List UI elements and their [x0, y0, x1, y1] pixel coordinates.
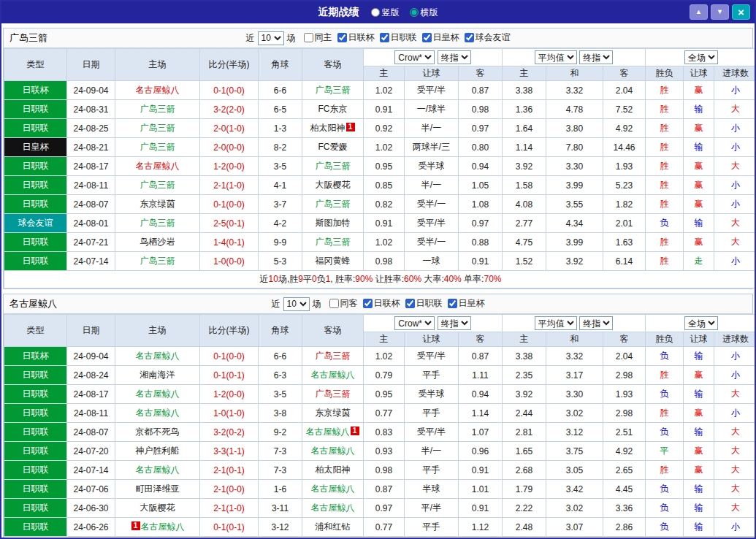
summary-text: 0 — [312, 274, 317, 284]
result-cell: 负 — [646, 347, 684, 366]
away-team-cell: 广岛三箭 — [302, 195, 364, 214]
score-cell: 1-2(0-0) — [200, 385, 259, 404]
league-filters: 同客日联杯日职联日皇杯 — [324, 297, 485, 310]
away-odds-cell: 0.80 — [459, 138, 503, 157]
home-team-cell: 广岛三箭 — [115, 176, 200, 195]
date-cell: 24-08-11 — [67, 176, 115, 195]
filter-checkbox[interactable] — [422, 33, 432, 42]
filter-option[interactable]: 同客 — [329, 297, 358, 310]
filter-checkbox[interactable] — [448, 299, 457, 308]
avg-time-select[interactable]: 终指 — [579, 316, 613, 330]
team-name-text: 名古屋鲸八 — [136, 351, 180, 361]
avg-draw-cell: 4.78 — [546, 100, 603, 119]
home-odds-cell: 0.97 — [364, 499, 405, 518]
filter-option[interactable]: 日联杯 — [363, 297, 400, 310]
team-name-text: 名古屋鲸八 — [136, 85, 180, 95]
goals-cell: 大 — [714, 233, 756, 252]
corners-cell: 4-1 — [259, 176, 302, 195]
home-team-cell: 广岛三箭 — [115, 252, 200, 271]
avg-home-cell: 4.08 — [503, 195, 546, 214]
filter-option[interactable]: 日职联 — [405, 297, 443, 310]
avg-time-select[interactable]: 终指 — [579, 50, 613, 64]
match-row: 日职联24-07-21鸟栖沙岩1-4(0-1)9-9广岛三箭1.02受半/一0.… — [4, 233, 756, 252]
filter-option[interactable]: 日联杯 — [337, 31, 375, 44]
handicap-result-cell: 走 — [684, 252, 714, 271]
team-name-text: 名古屋鲸八 — [136, 408, 180, 418]
filter-option-label: 日职联 — [391, 31, 417, 44]
down-arrow-icon: ▼ — [717, 8, 723, 15]
col-avg-home: 主 — [503, 66, 546, 81]
filter-checkbox[interactable] — [363, 299, 373, 308]
avg-draw-cell: 3.02 — [546, 499, 603, 518]
recent-count-select[interactable]: 10 — [258, 31, 284, 45]
filter-checkbox[interactable] — [405, 299, 415, 308]
scope-select[interactable]: 全场 — [684, 50, 718, 64]
away-team-cell: 广岛三箭 — [302, 233, 364, 252]
handicap-result-cell: 赢 — [684, 461, 714, 480]
home-odds-cell: 1.02 — [364, 81, 405, 100]
avg-home-cell: 2.68 — [503, 461, 546, 480]
summary-row: 近10场,胜9平0负1, 胜率:90% 让胜率:60% 大率:40% 单率:70… — [4, 271, 756, 288]
scope-select[interactable]: 全场 — [684, 316, 718, 330]
team-name-text: 柏太阳神 — [316, 465, 351, 475]
odds-selects-cell: Crow* 终指 — [364, 315, 503, 332]
match-row: 日联杯24-09-04名古屋鲸八0-1(0-0)6-6广岛三箭1.02受平/半0… — [4, 81, 756, 100]
results-body: 日联杯24-09-04名古屋鲸八0-1(0-0)6-6广岛三箭1.02受平/半0… — [4, 81, 756, 271]
team-name-text: 湘南海洋 — [140, 370, 175, 380]
games-label: 场 — [313, 298, 321, 310]
avg-draw-cell: 3.17 — [546, 366, 603, 385]
filter-checkbox[interactable] — [465, 33, 474, 42]
filter-checkbox[interactable] — [337, 33, 347, 42]
odds-time-select[interactable]: 终指 — [438, 316, 471, 330]
layout-option-vertical[interactable]: 竖版 — [371, 7, 400, 19]
result-cell: 负 — [646, 214, 684, 233]
filter-option[interactable]: 日皇杯 — [422, 31, 459, 44]
avg-home-cell: 1.79 — [503, 480, 546, 499]
score-cell: 3-3(1-1) — [200, 442, 259, 461]
close-button[interactable]: × — [732, 4, 750, 20]
recent-count-select[interactable]: 10 — [283, 297, 310, 311]
filter-option[interactable]: 日皇杯 — [448, 297, 485, 310]
layout-radio[interactable] — [410, 8, 419, 17]
match-row: 日联杯24-09-04名古屋鲸八0-1(0-0)6-6广岛三箭1.02受平/半0… — [4, 347, 756, 366]
filter-checkbox[interactable] — [329, 299, 339, 308]
avg-home-cell: 2.81 — [503, 423, 546, 442]
team-section-home: 广岛三箭 近 10 场 同主日联杯日职联日皇杯球会友谊 类型 日期 主场 比 — [3, 28, 753, 289]
avg-draw-cell: 3.32 — [546, 81, 603, 100]
corners-cell: 3-7 — [259, 195, 302, 214]
filter-checkbox[interactable] — [304, 33, 313, 42]
filter-option[interactable]: 球会友谊 — [465, 31, 511, 44]
away-team-cell: 广岛三箭 — [302, 81, 364, 100]
home-odds-cell: 0.98 — [364, 461, 405, 480]
filter-option[interactable]: 日职联 — [380, 31, 417, 44]
col-handicap: 让球 — [405, 332, 459, 347]
goals-cell: 小 — [714, 404, 756, 423]
layout-radio[interactable] — [371, 8, 380, 17]
match-row: 日职联24-08-17名古屋鲸八1-2(0-0)3-5广岛三箭0.95受半球0.… — [4, 385, 756, 404]
league-type-cell: 日职联 — [4, 252, 67, 271]
team-name: 广岛三箭 — [9, 31, 47, 45]
match-row: 日职联24-06-261名古屋鲸八0-1(0-1)3-12浦和红钻0.77平手1… — [4, 518, 756, 537]
avg-home-cell: 2.44 — [503, 404, 546, 423]
home-odds-cell: 1.02 — [364, 233, 405, 252]
team-name-text: 斯图加特 — [316, 218, 351, 228]
avg-away-cell: 2.98 — [603, 366, 646, 385]
avg-select[interactable]: 平均值 — [535, 316, 577, 330]
move-down-button[interactable]: ▼ — [711, 4, 729, 20]
odds-time-select[interactable]: 终指 — [438, 50, 471, 64]
goals-cell: 大 — [714, 214, 756, 233]
home-odds-cell: 0.92 — [364, 119, 405, 138]
results-body: 日联杯24-09-04名古屋鲸八0-1(0-0)6-6广岛三箭1.02受平/半0… — [4, 347, 756, 537]
avg-draw-cell: 7.80 — [546, 138, 603, 157]
odds-source-select[interactable]: Crow* — [394, 316, 435, 330]
avg-home-cell: 3.38 — [503, 347, 546, 366]
filter-option[interactable]: 同主 — [304, 31, 332, 44]
goals-cell: 小 — [714, 518, 756, 537]
col-odds-home: 主 — [364, 332, 405, 347]
layout-option-horizontal[interactable]: 横版 — [410, 7, 438, 19]
odds-source-select[interactable]: Crow* — [394, 50, 435, 64]
filter-checkbox[interactable] — [380, 33, 389, 42]
move-up-button[interactable]: ▲ — [690, 4, 708, 20]
avg-select[interactable]: 平均值 — [535, 50, 577, 64]
away-odds-cell: 1.11 — [459, 366, 503, 385]
